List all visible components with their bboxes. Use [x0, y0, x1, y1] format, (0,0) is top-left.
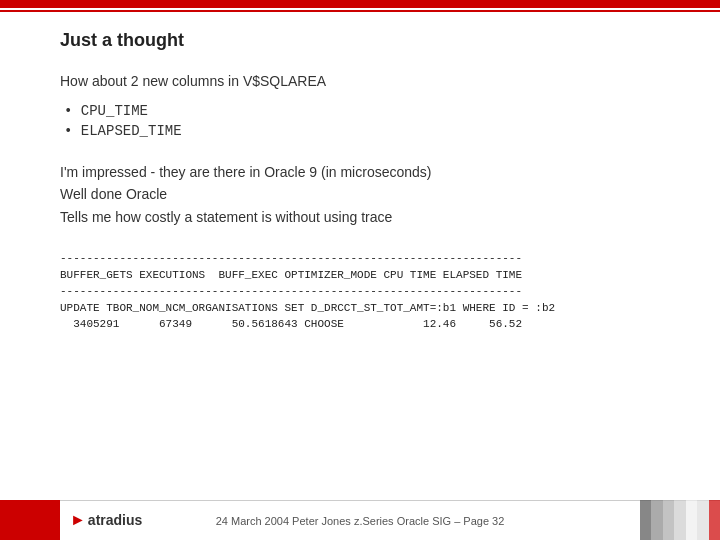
- slide-subtitle: How about 2 new columns in V$SQLAREA: [60, 73, 660, 89]
- footer-red-accent: [0, 500, 60, 540]
- top-red-bar: [0, 0, 720, 8]
- top-line: [0, 10, 720, 12]
- pattern-stripe-7: [709, 500, 720, 540]
- bullet-item-1: • CPU_TIME: [64, 103, 660, 119]
- footer-bar: ► atradius 24 March 2004 Peter Jones z.S…: [0, 500, 720, 540]
- body-line-2: Well done Oracle: [60, 183, 660, 205]
- body-line-3: Tells me how costly a statement is witho…: [60, 206, 660, 228]
- logo-text: atradius: [88, 512, 142, 528]
- pattern-stripe-1: [640, 500, 651, 540]
- bullet-list: • CPU_TIME • ELAPSED_TIME: [64, 103, 660, 139]
- code-block: ----------------------------------------…: [60, 250, 660, 333]
- pattern-stripe-5: [686, 500, 697, 540]
- body-text: I'm impressed - they are there in Oracle…: [60, 161, 660, 228]
- pattern-stripe-2: [651, 500, 662, 540]
- pattern-stripe-4: [674, 500, 685, 540]
- pattern-stripe-3: [663, 500, 674, 540]
- logo-icon: ►: [70, 511, 86, 529]
- slide-title: Just a thought: [60, 30, 660, 51]
- slide-content: Just a thought How about 2 new columns i…: [60, 30, 660, 490]
- logo-area: ► atradius: [60, 500, 160, 540]
- bullet-item-2: • ELAPSED_TIME: [64, 123, 660, 139]
- footer-right-pattern: [640, 500, 720, 540]
- body-line-1: I'm impressed - they are there in Oracle…: [60, 161, 660, 183]
- pattern-stripe-6: [697, 500, 708, 540]
- footer-text: 24 March 2004 Peter Jones z.Series Oracl…: [216, 515, 505, 527]
